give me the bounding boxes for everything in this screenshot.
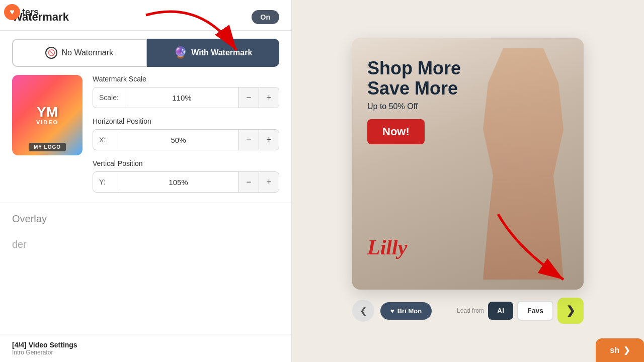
signature: Lilly xyxy=(367,235,407,259)
y-value: 105% xyxy=(118,178,238,187)
scale-field-label: Scale: xyxy=(93,88,125,107)
with-watermark-label: With Watermark xyxy=(191,48,252,57)
preview-text-main: Shop More Save More xyxy=(367,58,569,98)
scale-value: 110% xyxy=(125,94,238,102)
y-decrease-button[interactable]: − xyxy=(238,172,259,192)
app-logo-heart: ♥ xyxy=(4,4,20,20)
brand-name: Bri Mon xyxy=(397,307,422,315)
with-watermark-button[interactable]: 🔮 With Watermark xyxy=(147,39,280,67)
horizontal-label: Horizontal Position xyxy=(93,117,279,125)
logo-ym-text: YM xyxy=(37,105,58,119)
x-increase-button[interactable]: + xyxy=(259,130,279,150)
x-value: 50% xyxy=(118,136,238,144)
no-watermark-button[interactable]: 🚫 No Watermark xyxy=(12,39,147,67)
order-label: der xyxy=(0,235,291,254)
scale-label: Watermark Scale xyxy=(93,75,279,83)
scale-row: Scale: 110% − + xyxy=(93,87,279,108)
vertical-control: Vertical Position Y: 105% − + xyxy=(93,159,279,193)
scale-increase-button[interactable]: + xyxy=(259,87,279,108)
y-increase-button[interactable]: + xyxy=(259,172,279,192)
watermark-buttons: 🚫 No Watermark 🔮 With Watermark xyxy=(0,31,291,75)
prev-button[interactable]: ❮ xyxy=(352,300,374,322)
watermark-toggle[interactable]: On xyxy=(252,10,279,24)
preview-card: Shop More Save More Up to 50% Off Now! L… xyxy=(352,38,584,290)
finish-button[interactable]: sh ❯ xyxy=(596,338,644,362)
step-title: [4/4] Video Settings xyxy=(12,341,77,349)
step-info: [4/4] Video Settings Intro Generator xyxy=(12,341,77,356)
logo-badge: MY LOGO xyxy=(29,143,66,151)
watermark-content: YM VIDEO MY LOGO Watermark Scale Scale: … xyxy=(0,75,291,203)
preview-bottom-controls: ❮ ♥ Bri Mon Load from AI Favs ❯ xyxy=(352,298,584,324)
scale-control: Watermark Scale Scale: 110% − + xyxy=(93,75,279,108)
cta-button[interactable]: Now! xyxy=(367,119,425,144)
logo-video-text: VIDEO xyxy=(36,119,58,125)
app-logo: ♥ ters xyxy=(4,4,39,20)
finish-icon: ❯ xyxy=(623,345,630,355)
y-field-label: Y: xyxy=(93,173,118,191)
x-field-label: X: xyxy=(93,131,118,149)
preview-background: Shop More Save More Up to 50% Off Now! L… xyxy=(352,38,584,290)
preview-text-sub: Up to 50% Off xyxy=(367,102,569,111)
x-decrease-button[interactable]: − xyxy=(238,130,259,150)
right-panel: Shop More Save More Up to 50% Off Now! L… xyxy=(292,0,644,362)
brand-heart-icon: ♥ xyxy=(390,307,394,315)
panel-header: Watermark On xyxy=(0,0,291,31)
next-yellow-button[interactable]: ❯ xyxy=(557,298,584,324)
overlay-section: Overlay xyxy=(0,203,291,235)
horizontal-control: Horizontal Position X: 50% − + xyxy=(93,117,279,150)
finish-label: sh xyxy=(610,346,619,355)
brand-pill: ♥ Bri Mon xyxy=(380,302,432,320)
overlay-title: Overlay xyxy=(12,213,47,224)
horizontal-row: X: 50% − + xyxy=(93,129,279,150)
app-logo-text: ters xyxy=(22,7,39,18)
left-panel: ♥ ters Watermark On 🚫 No Watermark 🔮 Wit… xyxy=(0,0,292,362)
load-from-area: Load from AI Favs ❯ xyxy=(457,298,584,324)
bottom-bar: [4/4] Video Settings Intro Generator xyxy=(0,334,291,362)
vertical-label: Vertical Position xyxy=(93,159,279,167)
step-sub: Intro Generator xyxy=(12,349,77,356)
no-watermark-label: No Watermark xyxy=(61,48,113,57)
no-watermark-icon: 🚫 xyxy=(45,47,57,59)
scale-decrease-button[interactable]: − xyxy=(238,87,259,108)
load-from-label: Load from xyxy=(457,307,484,314)
controls-area: Watermark Scale Scale: 110% − + Horizont… xyxy=(93,75,279,193)
fingerprint-icon: 🔮 xyxy=(174,46,187,59)
logo-preview: YM VIDEO MY LOGO xyxy=(12,75,83,155)
vertical-row: Y: 105% − + xyxy=(93,171,279,193)
favs-button[interactable]: Favs xyxy=(517,301,553,321)
ai-button[interactable]: AI xyxy=(488,302,513,320)
